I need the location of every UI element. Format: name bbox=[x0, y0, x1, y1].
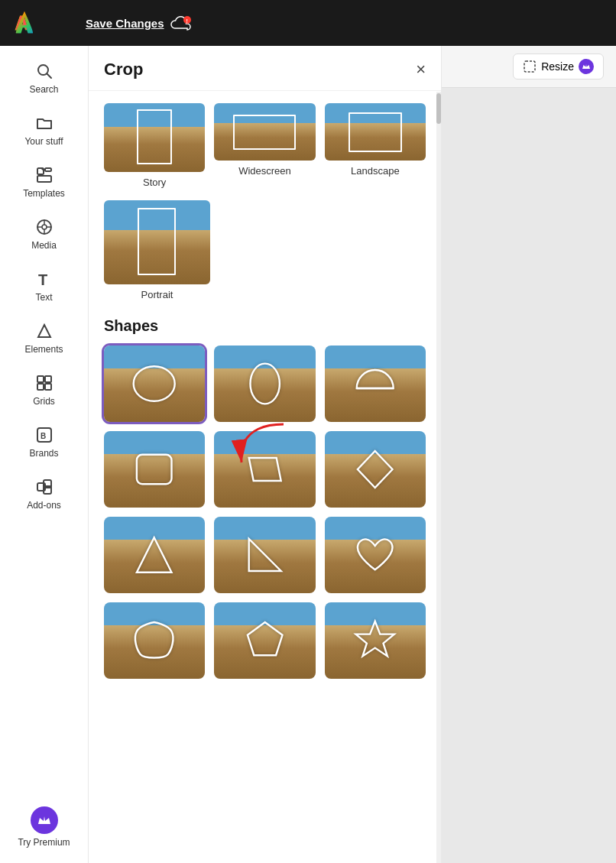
cloud-save-icon: ! bbox=[170, 15, 192, 31]
svg-rect-20 bbox=[45, 376, 51, 382]
svg-point-28 bbox=[134, 366, 175, 401]
sidebar-item-grids-label: Grids bbox=[33, 396, 55, 407]
shape-thumb-hexagon-round[interactable] bbox=[104, 602, 205, 679]
svg-rect-31 bbox=[137, 455, 172, 484]
sidebar-item-elements-label: Elements bbox=[24, 344, 63, 355]
app-logo bbox=[11, 9, 38, 37]
sidebar-item-brands-label: Brands bbox=[29, 448, 58, 459]
svg-rect-19 bbox=[37, 376, 44, 382]
sidebar-item-try-premium-label: Try Premium bbox=[18, 837, 70, 848]
svg-marker-33 bbox=[358, 451, 393, 488]
svg-text:!: ! bbox=[186, 18, 187, 24]
shape-thumb-right-triangle[interactable] bbox=[214, 517, 315, 593]
svg-point-29 bbox=[250, 364, 279, 404]
svg-marker-35 bbox=[248, 539, 280, 571]
panel-title: Crop bbox=[104, 60, 143, 79]
save-changes-label: Save Changes bbox=[86, 17, 164, 30]
aspect-ratio-row-2: Portrait bbox=[104, 200, 426, 300]
shape-thumb-pentagon[interactable] bbox=[214, 602, 315, 679]
svg-point-13 bbox=[42, 225, 47, 229]
sidebar-item-try-premium[interactable]: Try Premium bbox=[10, 799, 79, 855]
shape-thumb-triangle[interactable] bbox=[104, 517, 205, 593]
svg-rect-39 bbox=[524, 61, 535, 72]
search-icon bbox=[34, 61, 54, 81]
svg-line-8 bbox=[47, 74, 51, 79]
shape-thumb-half-circle[interactable] bbox=[325, 346, 426, 422]
shape-thumb-oval[interactable] bbox=[214, 346, 315, 422]
main-layout: Search Your stuff Templates bbox=[0, 46, 616, 863]
svg-text:T: T bbox=[38, 271, 47, 288]
landscape-label: Landscape bbox=[351, 165, 400, 177]
crop-thumb-widescreen[interactable]: Widescreen bbox=[214, 103, 315, 188]
premium-badge bbox=[579, 59, 594, 74]
shape-thumb-parallelogram[interactable] bbox=[214, 431, 315, 508]
shape-thumb-rounded-rect[interactable] bbox=[104, 431, 205, 508]
shape-thumb-star[interactable] bbox=[325, 602, 426, 679]
sidebar: Search Your stuff Templates bbox=[0, 46, 89, 863]
svg-marker-32 bbox=[248, 458, 280, 481]
portrait-label: Portrait bbox=[141, 289, 173, 300]
sidebar-item-your-stuff-label: Your stuff bbox=[24, 136, 63, 147]
save-changes-button[interactable]: Save Changes ! bbox=[86, 15, 192, 31]
crop-thumb-portrait[interactable]: Portrait bbox=[104, 200, 210, 300]
shapes-grid bbox=[104, 346, 426, 679]
aspect-ratio-row-1: Story Widescreen Landscape bbox=[104, 103, 426, 188]
sidebar-item-text[interactable]: T Text bbox=[10, 261, 79, 310]
svg-rect-21 bbox=[37, 384, 44, 390]
svg-marker-36 bbox=[248, 622, 283, 655]
story-label: Story bbox=[143, 177, 166, 188]
shape-thumb-diamond[interactable] bbox=[325, 431, 426, 508]
shapes-section: Shapes bbox=[104, 317, 426, 679]
sidebar-item-text-label: Text bbox=[35, 292, 52, 303]
folder-icon bbox=[34, 113, 54, 133]
widescreen-preview bbox=[214, 103, 315, 161]
topbar: A A A Save Changes bbox=[0, 0, 616, 46]
sidebar-item-templates-label: Templates bbox=[23, 188, 65, 199]
portrait-preview bbox=[104, 200, 210, 284]
add-ons-icon bbox=[34, 477, 54, 497]
sidebar-item-search-label: Search bbox=[29, 84, 58, 95]
sidebar-item-media-label: Media bbox=[31, 240, 57, 251]
canvas-workspace bbox=[442, 88, 616, 863]
canvas-area: Resize bbox=[442, 46, 616, 863]
templates-icon bbox=[34, 165, 54, 185]
shape-thumb-circle[interactable] bbox=[104, 346, 205, 422]
svg-rect-10 bbox=[45, 168, 51, 171]
sidebar-item-your-stuff[interactable]: Your stuff bbox=[10, 105, 79, 154]
sidebar-item-brands[interactable]: B Brands bbox=[10, 417, 79, 466]
svg-marker-37 bbox=[356, 621, 394, 657]
resize-icon bbox=[523, 60, 537, 73]
sidebar-item-grids[interactable]: Grids bbox=[10, 365, 79, 414]
sidebar-item-elements[interactable]: Elements bbox=[10, 313, 79, 362]
text-icon: T bbox=[34, 269, 54, 289]
elements-icon bbox=[34, 321, 54, 341]
shape-thumb-heart[interactable] bbox=[325, 517, 426, 593]
scroll-track[interactable] bbox=[436, 92, 441, 863]
resize-button[interactable]: Resize bbox=[513, 54, 604, 79]
canvas-toolbar: Resize bbox=[442, 46, 616, 88]
grids-icon bbox=[34, 373, 54, 393]
svg-text:B: B bbox=[41, 432, 46, 440]
crop-thumb-story[interactable]: Story bbox=[104, 103, 205, 188]
svg-marker-34 bbox=[137, 537, 172, 573]
svg-rect-11 bbox=[37, 176, 51, 182]
svg-rect-22 bbox=[45, 384, 51, 390]
panel-header: Crop × bbox=[89, 46, 441, 91]
crop-panel: Crop × Story bbox=[89, 46, 442, 863]
brands-icon: B bbox=[34, 425, 54, 445]
close-panel-button[interactable]: × bbox=[416, 61, 426, 78]
sidebar-item-add-ons[interactable]: Add-ons bbox=[10, 469, 79, 518]
landscape-preview bbox=[325, 103, 426, 161]
crop-thumb-landscape[interactable]: Landscape bbox=[325, 103, 426, 188]
sidebar-item-add-ons-label: Add-ons bbox=[27, 500, 61, 511]
sidebar-item-search[interactable]: Search bbox=[10, 54, 79, 102]
scroll-thumb[interactable] bbox=[436, 93, 441, 124]
panel-content: Story Widescreen Landscape bbox=[89, 91, 441, 863]
sidebar-item-media[interactable]: Media bbox=[10, 209, 79, 258]
shapes-section-title: Shapes bbox=[104, 317, 426, 335]
widescreen-label: Widescreen bbox=[238, 165, 291, 177]
sidebar-item-templates[interactable]: Templates bbox=[10, 157, 79, 206]
story-preview bbox=[104, 103, 205, 172]
media-icon bbox=[34, 217, 54, 237]
premium-crown-icon bbox=[31, 806, 58, 834]
